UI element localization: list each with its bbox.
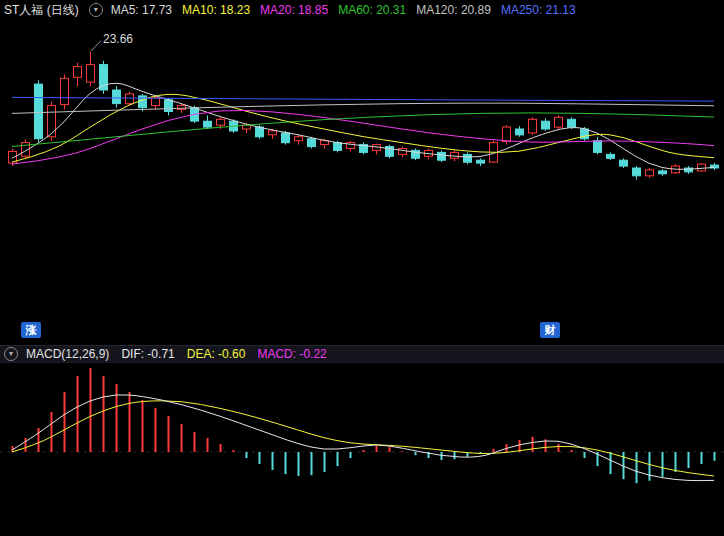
macd-title: MACD(12,26,9) [26,347,109,361]
high-annotation: 23.66 [103,32,133,46]
ma120-label: MA120: 20.89 [416,3,491,17]
candles [9,52,719,180]
ma10-label: MA10: 18.23 [182,3,250,17]
stock-trading-app: 23.66 ST人福 (日线) ▾ MA5: 17.73 MA10: 18.23… [0,0,724,536]
ma-line-ma60 [12,113,714,147]
macd-histogram [13,368,715,483]
ma-line-ma120 [12,103,714,113]
price-pane-header: ST人福 (日线) ▾ MA5: 17.73 MA10: 18.23 MA20:… [4,2,586,18]
ma60-label: MA60: 20.31 [338,3,406,17]
dea-label: DEA: -0.60 [187,347,246,361]
ma5-label: MA5: 17.73 [111,3,172,17]
annotation-pointer-line [91,41,101,51]
macd-pane-header: ▾ MACD(12,26,9) DIF: -0.71 DEA: -0.60 MA… [0,345,724,363]
ma250-label: MA250: 21.13 [501,3,576,17]
candlestick-chart[interactable]: 23.66 [0,0,724,345]
badge-zhang[interactable]: 涨 [21,322,41,338]
indicator-toggle-icon[interactable]: ▾ [89,3,103,17]
indicator-toggle-icon[interactable]: ▾ [4,347,18,361]
macd-label: MACD: -0.22 [257,347,326,361]
symbol-title: ST人福 (日线) [4,2,79,19]
badge-cai[interactable]: 财 [540,322,560,338]
ma20-label: MA20: 18.85 [260,3,328,17]
macd-chart[interactable] [0,363,724,536]
dif-label: DIF: -0.71 [121,347,174,361]
